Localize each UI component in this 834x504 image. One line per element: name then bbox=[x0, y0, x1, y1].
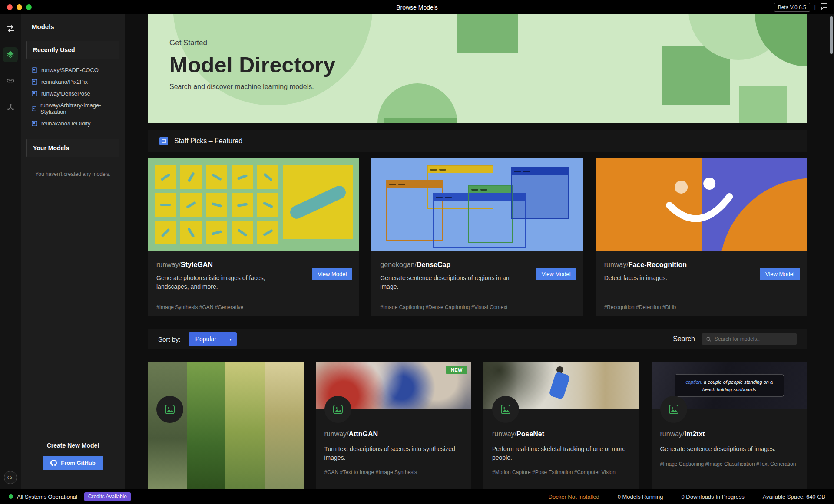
close-window-button[interactable] bbox=[7, 4, 13, 10]
from-github-button[interactable]: From GitHub bbox=[43, 456, 103, 470]
hero-eyebrow: Get Started bbox=[169, 39, 335, 47]
model-name: im2txt bbox=[685, 430, 705, 438]
titlebar: Browse Models Beta V.0.6.5 | bbox=[0, 0, 834, 14]
create-model-label: Create New Model bbox=[26, 442, 119, 449]
model-icon-circle bbox=[156, 396, 183, 423]
create-model-section: Create New Model From GitHub bbox=[26, 442, 119, 489]
sidebar-item-densepose[interactable]: runway/DensePose bbox=[28, 88, 118, 99]
user-avatar[interactable]: Gs bbox=[4, 471, 17, 484]
model-square-icon bbox=[32, 106, 36, 112]
pattern-tile bbox=[257, 165, 278, 189]
model-owner: runway/ bbox=[324, 430, 349, 438]
sidebar: Models Recently Used runway/SPADE-COCO r… bbox=[21, 14, 125, 489]
model-owner: runway/ bbox=[660, 430, 685, 438]
featured-card-info: runway/StyleGAN Generate photorealistic … bbox=[148, 251, 359, 316]
model-card-im2txt[interactable]: caption: a couple of people standing on … bbox=[652, 362, 808, 489]
model-image-icon bbox=[164, 404, 175, 415]
sidebar-item-label: runway/DensePose bbox=[41, 90, 90, 97]
stylegan-artwork bbox=[148, 158, 359, 251]
hero-text: Get Started Model Directory Search and d… bbox=[169, 39, 335, 91]
featured-card-info: runway/Face-Recognition Detect faces in … bbox=[596, 251, 807, 316]
sidebar-item-spade-coco[interactable]: runway/SPADE-COCO bbox=[28, 64, 118, 76]
sidebar-item-label: runway/SPADE-COCO bbox=[41, 67, 99, 73]
feedback-chat-icon[interactable] bbox=[820, 3, 828, 12]
pattern-tile bbox=[206, 193, 227, 217]
window-title: Browse Models bbox=[396, 4, 438, 11]
model-image-icon bbox=[332, 404, 344, 415]
model-grid: runway/Adaptive-Style-Transfer Repaint i… bbox=[148, 362, 807, 489]
sort-dropdown[interactable]: Popular ▾ bbox=[189, 332, 237, 346]
sidebar-item-deoldify[interactable]: reiinakano/DeOldify bbox=[28, 118, 118, 129]
credits-badge: Credits Available bbox=[84, 492, 131, 501]
search-input[interactable] bbox=[715, 336, 793, 342]
staff-picks-bar: Staff Picks – Featured bbox=[148, 130, 807, 152]
model-name: PoseNet bbox=[516, 430, 544, 438]
icon-rail: Gs bbox=[0, 14, 21, 489]
window-shape bbox=[511, 167, 569, 219]
hero-shape bbox=[377, 83, 457, 123]
thumbnail-figure bbox=[549, 372, 570, 400]
model-tags: #Recognition #Detection #DLib bbox=[604, 304, 676, 310]
hero-shape bbox=[755, 14, 807, 66]
model-title: runway/PoseNet bbox=[492, 430, 631, 438]
recently-used-header[interactable]: Recently Used bbox=[26, 41, 119, 59]
zoom-window-button[interactable] bbox=[26, 4, 32, 10]
model-owner: runway/ bbox=[604, 261, 629, 268]
model-name: DenseCap bbox=[417, 261, 450, 268]
view-model-button[interactable]: View Model bbox=[312, 268, 352, 280]
view-model-button[interactable]: View Model bbox=[536, 268, 576, 280]
featured-card-stylegan[interactable]: runway/StyleGAN Generate photorealistic … bbox=[148, 158, 359, 316]
view-model-button[interactable]: View Model bbox=[760, 268, 800, 280]
sort-dropdown-value: Popular bbox=[195, 336, 216, 343]
pattern-tile bbox=[257, 193, 278, 217]
model-card-adaptive-style-transfer[interactable]: runway/Adaptive-Style-Transfer Repaint i… bbox=[148, 362, 304, 489]
model-owner: genekogan/ bbox=[380, 261, 417, 268]
titlebar-right: Beta V.0.6.5 | bbox=[774, 0, 828, 14]
model-name: AttnGAN bbox=[349, 430, 378, 438]
model-card-posenet[interactable]: runway/PoseNet Perform real-time skeleta… bbox=[483, 362, 639, 489]
system-status-text: All Systems Operational bbox=[17, 494, 77, 500]
model-owner: runway/ bbox=[156, 261, 181, 268]
swap-panels-icon[interactable] bbox=[3, 21, 18, 36]
available-space-status: Available Space: 640 GB bbox=[763, 494, 825, 500]
titlebar-divider: | bbox=[814, 4, 816, 10]
sidebar-item-arbitrary-image-stylization[interactable]: runway/Arbitrary-Image-Stylization bbox=[28, 99, 118, 118]
model-description: Perform real-time skeletal tracking of o… bbox=[492, 445, 631, 462]
sidebar-item-label: reiinakano/Pix2Pix bbox=[41, 79, 88, 85]
sidebar-item-label: runway/Arbitrary-Image-Stylization bbox=[40, 102, 114, 115]
vertical-scrollbar-thumb[interactable] bbox=[830, 16, 833, 54]
hero-shape bbox=[457, 14, 518, 53]
featured-card-face-recognition[interactable]: runway/Face-Recognition Detect faces in … bbox=[596, 158, 807, 316]
workflow-icon[interactable] bbox=[3, 99, 18, 114]
model-description: Turn text descriptions of scenes into sy… bbox=[324, 445, 463, 462]
caption-label: caption: bbox=[685, 379, 702, 385]
pattern-tile bbox=[206, 165, 227, 189]
model-name: StyleGAN bbox=[181, 261, 213, 268]
your-models-empty-text: You haven't created any models. bbox=[26, 171, 119, 177]
model-square-icon bbox=[32, 91, 37, 96]
minimize-window-button[interactable] bbox=[17, 4, 22, 10]
model-tags: #Motion Capture #Pose Estimation #Comput… bbox=[492, 468, 631, 476]
search-box[interactable] bbox=[702, 333, 797, 345]
page-title: Model Directory bbox=[169, 53, 335, 78]
recently-used-label: Recently Used bbox=[33, 46, 75, 53]
pattern-tile bbox=[155, 165, 176, 189]
model-icon-circle bbox=[660, 396, 687, 423]
pattern-tile bbox=[232, 165, 253, 189]
browse-models-icon[interactable] bbox=[3, 47, 18, 62]
model-card-attngan[interactable]: NEW runway/AttnGAN Turn text description… bbox=[316, 362, 472, 489]
caption-text: a couple of people standing on a beach h… bbox=[702, 379, 773, 392]
your-models-header[interactable]: Your Models bbox=[26, 139, 119, 157]
hero-shape bbox=[739, 86, 787, 123]
link-icon[interactable] bbox=[3, 73, 18, 88]
search-icon bbox=[706, 336, 712, 342]
model-name: Face-Recognition bbox=[629, 261, 687, 268]
model-tags: #GAN #Text to Image #Image Synthesis bbox=[324, 468, 463, 476]
model-icon-circle bbox=[324, 396, 351, 423]
model-image-icon bbox=[668, 404, 679, 415]
featured-card-densecap[interactable]: genekogan/DenseCap Generate sentence des… bbox=[371, 158, 583, 316]
featured-row: runway/StyleGAN Generate photorealistic … bbox=[148, 158, 807, 316]
model-square-icon bbox=[32, 79, 37, 85]
sidebar-item-pix2pix[interactable]: reiinakano/Pix2Pix bbox=[28, 76, 118, 88]
pattern-tile bbox=[155, 193, 176, 217]
